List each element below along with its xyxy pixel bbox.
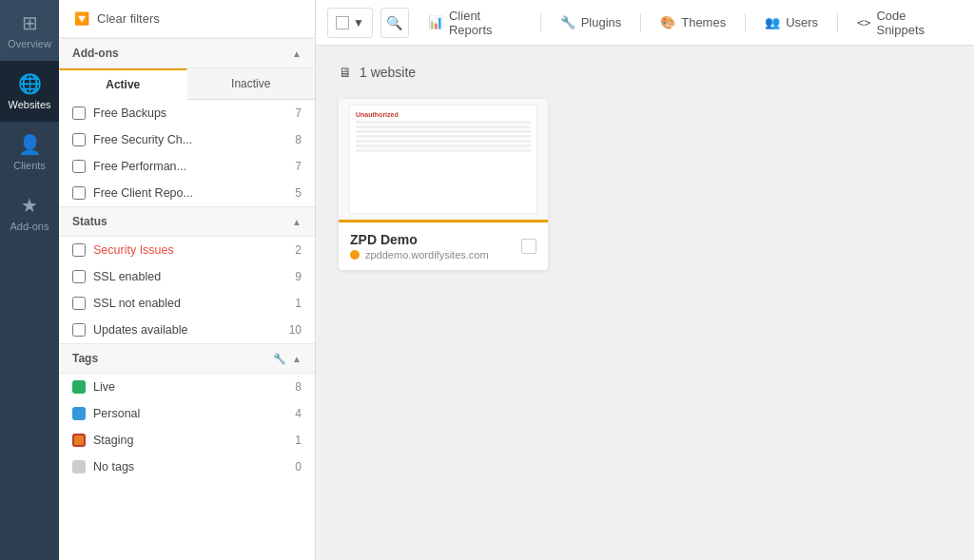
status-filter-item[interactable]: SSL enabled 9	[59, 263, 315, 290]
addon-checkbox[interactable]	[72, 106, 86, 120]
sidebar-item-clients[interactable]: 👤 Clients	[0, 122, 59, 183]
thumb-line	[356, 135, 531, 138]
status-chevron-icon[interactable]: ▲	[292, 217, 302, 227]
tag-label: Staging	[93, 434, 287, 447]
tag-label: Personal	[93, 407, 287, 420]
tag-dot	[72, 434, 86, 447]
status-count: 9	[295, 270, 302, 283]
status-section-header: Status ▲	[59, 206, 315, 237]
status-count: 10	[289, 323, 302, 337]
site-url: zpddemo.wordifysites.com	[365, 249, 489, 261]
nav-separator	[540, 13, 541, 32]
status-filter-item[interactable]: Updates available 10	[59, 317, 315, 343]
clear-filters-button[interactable]: 🔽 Clear filters	[59, 0, 315, 38]
status-checkbox[interactable]	[72, 243, 86, 257]
sidebar-item-addons[interactable]: ★ Add-ons	[0, 183, 59, 243]
addon-count: 7	[295, 106, 302, 120]
nav-separator-4	[837, 13, 838, 32]
tag-count: 8	[295, 380, 302, 394]
tags-chevron-icon[interactable]: ▲	[292, 354, 302, 364]
users-label: Users	[786, 15, 818, 29]
nav-separator-2	[640, 13, 641, 32]
main-content: ▼ 🔍 📊 Client Reports 🔧 Plugins 🎨 Themes …	[316, 0, 974, 560]
addon-checkbox[interactable]	[72, 133, 86, 146]
client-reports-button[interactable]: 📊 Client Reports	[417, 8, 533, 38]
addons-chevron-icon[interactable]: ▲	[292, 48, 302, 59]
plugins-label: Plugins	[581, 15, 622, 29]
addon-label: Free Client Repo...	[93, 186, 287, 200]
status-label: SSL enabled	[93, 270, 287, 283]
code-snippets-icon: <>	[857, 16, 870, 29]
site-thumb-content: Unauthorized	[349, 105, 537, 213]
site-thumbnail: Unauthorized	[339, 99, 548, 222]
addon-count: 8	[295, 133, 302, 146]
sidebar-item-overview[interactable]: ⊞ Overview	[0, 0, 59, 61]
themes-label: Themes	[681, 15, 726, 29]
addon-count: 5	[295, 186, 302, 200]
tag-item[interactable]: Live 8	[59, 374, 315, 400]
thumb-line	[356, 126, 531, 128]
addon-filter-item[interactable]: Free Backups 7	[59, 100, 315, 126]
status-label: SSL not enabled	[93, 297, 287, 310]
thumb-unauthorized-text: Unauthorized	[356, 111, 531, 118]
users-button[interactable]: 👥 Users	[753, 8, 829, 38]
search-button[interactable]: 🔍	[380, 8, 409, 38]
status-checkbox[interactable]	[72, 270, 86, 283]
plugins-icon: 🔧	[560, 15, 575, 29]
tags-title-area: Tags	[72, 352, 98, 365]
tag-dot	[72, 460, 86, 473]
tags-wrench-icon[interactable]: 🔧	[273, 353, 286, 365]
tag-dot	[72, 380, 86, 394]
websites-icon: 🌐	[18, 72, 42, 95]
sidebar-item-websites[interactable]: 🌐 Websites	[0, 61, 59, 122]
status-count: 1	[295, 297, 302, 310]
filter-sidebar: 🔽 Clear filters Add-ons ▲ Active Inactiv…	[59, 0, 316, 560]
tag-item[interactable]: Staging 1	[59, 427, 315, 454]
select-dropdown[interactable]: ▼	[327, 8, 373, 38]
tags-section-title: Tags	[72, 352, 98, 365]
addon-checkbox[interactable]	[72, 186, 86, 200]
top-nav: ▼ 🔍 📊 Client Reports 🔧 Plugins 🎨 Themes …	[316, 0, 974, 46]
thumb-line	[356, 145, 531, 147]
addons-icon: ★	[21, 194, 38, 217]
status-count: 2	[295, 243, 302, 257]
addon-label: Free Security Ch...	[93, 133, 287, 146]
tag-item[interactable]: Personal 4	[59, 400, 315, 427]
site-info: ZPD Demo zpddemo.wordifysites.com	[350, 232, 489, 261]
tag-label: No tags	[93, 460, 287, 473]
addon-filter-item[interactable]: Free Client Repo... 5	[59, 180, 315, 206]
addons-section-title: Add-ons	[72, 47, 119, 60]
code-snippets-button[interactable]: <> Code Snippets	[846, 8, 963, 38]
status-filter-item[interactable]: SSL not enabled 1	[59, 290, 315, 317]
status-checkbox[interactable]	[72, 323, 86, 337]
site-card-footer: ZPD Demo zpddemo.wordifysites.com	[339, 222, 548, 270]
status-section-title: Status	[72, 215, 107, 228]
status-filter-item[interactable]: Security Issues 2	[59, 237, 315, 263]
sidebar-item-label: Add-ons	[10, 221, 49, 232]
sidebar-item-label: Overview	[8, 38, 51, 49]
sidebar-item-label: Websites	[8, 99, 50, 110]
thumb-line	[356, 121, 531, 124]
addon-filter-item[interactable]: Free Performan... 7	[59, 153, 315, 180]
tab-active[interactable]: Active	[59, 68, 187, 100]
addon-checkbox[interactable]	[72, 160, 86, 173]
site-url-row: zpddemo.wordifysites.com	[350, 249, 489, 261]
tag-dot	[72, 407, 86, 420]
page-body: 🖥 1 website Unauthorized ZPD Dem	[316, 46, 974, 560]
themes-button[interactable]: 🎨 Themes	[649, 8, 737, 38]
status-checkbox[interactable]	[72, 297, 86, 310]
status-dot	[350, 250, 360, 260]
nav-sidebar: ⊞ Overview 🌐 Websites 👤 Clients ★ Add-on…	[0, 0, 59, 560]
tag-count: 1	[295, 434, 302, 447]
client-reports-label: Client Reports	[449, 9, 521, 37]
themes-icon: 🎨	[660, 15, 675, 29]
site-checkbox[interactable]	[521, 239, 536, 254]
site-card[interactable]: Unauthorized ZPD Demo zpddemo.wordifysit…	[339, 99, 548, 270]
users-icon: 👥	[765, 15, 780, 29]
thumb-line	[356, 130, 531, 133]
addon-filter-item[interactable]: Free Security Ch... 8	[59, 126, 315, 153]
status-label: Updates available	[93, 323, 282, 337]
tag-item[interactable]: No tags 0	[59, 454, 315, 480]
tab-inactive[interactable]: Inactive	[187, 68, 316, 99]
plugins-button[interactable]: 🔧 Plugins	[549, 8, 633, 38]
